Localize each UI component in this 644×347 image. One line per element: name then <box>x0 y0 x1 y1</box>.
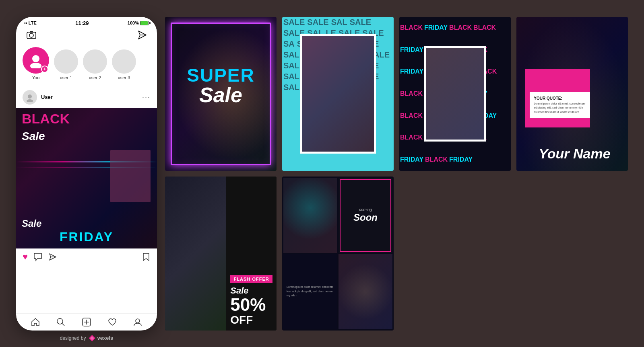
cs-photo-topleft <box>283 178 337 253</box>
card-coming-soon: coming Soon Lorem ipsum dolor sit amet, … <box>282 177 394 331</box>
svg-point-7 <box>27 99 33 102</box>
user-avatar-you <box>28 52 44 68</box>
phone-top-icons <box>16 28 157 44</box>
send-icon[interactable] <box>136 29 147 41</box>
camera-icon[interactable] <box>26 29 37 41</box>
post-sale-bottom: Sale <box>22 218 41 229</box>
flash-percent: 50% <box>230 296 272 314</box>
story-label-you: You <box>32 75 40 80</box>
battery-icon <box>140 21 149 25</box>
card-your-quote: YOUR QUOTE: Lorem ipsum dolor sit amet, … <box>516 17 628 171</box>
svg-point-14 <box>136 319 140 323</box>
story-label-user1: user 1 <box>60 75 72 80</box>
post-image-content: BLACK Sale Sale FRIDAY <box>16 108 157 248</box>
svg-point-4 <box>32 55 39 62</box>
svg-rect-2 <box>30 31 33 33</box>
bf-photo-frame <box>424 46 485 141</box>
status-time: 11:29 <box>75 20 89 26</box>
flash-right-content: FLASH OFFER Sale 50% OFF <box>226 177 277 331</box>
vexels-diamond-icon <box>88 335 95 342</box>
story-circle-user1 <box>54 49 78 74</box>
battery-percent: 100% <box>128 21 139 25</box>
carrier-signal: •• LTE <box>24 21 37 25</box>
post-more-button[interactable]: ··· <box>142 93 151 101</box>
phone-outer: •• LTE 11:29 100% <box>16 17 157 331</box>
designed-by: designed by vexels <box>60 335 113 342</box>
sale-photo-frame <box>300 34 376 154</box>
post-username: User <box>41 94 138 100</box>
sale-script-big: Sale <box>187 83 254 107</box>
stories-row: + You user 1 user 2 user 3 <box>16 44 157 83</box>
phone-mockup: •• LTE 11:29 100% <box>16 17 157 331</box>
plus-badge: + <box>41 66 48 73</box>
designed-by-text: designed by <box>60 335 86 341</box>
nav-home[interactable] <box>31 318 40 326</box>
heart-button[interactable]: ♥ <box>23 252 28 262</box>
svg-point-9 <box>57 318 63 324</box>
svg-point-5 <box>30 63 41 68</box>
story-circle-you: + <box>23 47 49 74</box>
cards-grid: SUPER Sale SALE SALE SAL SALE SALE SAL L… <box>165 17 628 331</box>
nav-heart[interactable] <box>108 318 117 326</box>
cs-lorem-text: Lorem ipsum dolor sit amet, consecte tue… <box>287 285 334 298</box>
phone-nav <box>16 313 157 331</box>
post-black-text: BLACK <box>22 112 70 125</box>
cs-coming-soon-cell: coming Soon <box>339 178 392 253</box>
post-header: User ··· <box>16 87 157 108</box>
svg-point-6 <box>28 94 32 99</box>
story-item-user3[interactable]: user 3 <box>112 49 136 80</box>
nav-search[interactable] <box>56 318 65 326</box>
flash-off: OFF <box>230 314 272 326</box>
bookmark-button[interactable] <box>142 253 151 261</box>
battery-area: 100% <box>128 21 149 25</box>
quote-body: Lorem ipsum dolor sit amet, consectetuer… <box>534 102 586 115</box>
divider <box>16 85 157 85</box>
battery-fill <box>140 21 148 25</box>
flash-photo <box>165 177 226 331</box>
post-avatar-icon <box>25 93 34 102</box>
story-label-user2: user 2 <box>89 75 101 80</box>
card-black-friday: BLACKFRIDAYBLACK BLACKFRIDAYBLA FRIDAYBL… <box>399 17 511 171</box>
story-item-user2[interactable]: user 2 <box>83 49 107 80</box>
share-button[interactable] <box>48 253 57 261</box>
svg-line-10 <box>62 323 64 326</box>
signal-dots: •• <box>24 21 29 25</box>
main-container: •• LTE 11:29 100% <box>0 0 644 347</box>
post-photo <box>110 150 151 202</box>
flash-sale-script: Sale <box>230 285 272 296</box>
nav-profile[interactable] <box>133 318 142 326</box>
cs-pink-border <box>340 179 391 252</box>
super-sale-text: SUPER Sale <box>187 64 254 107</box>
post-friday-text: FRIDAY <box>16 230 157 244</box>
your-name-script: Your Name <box>539 146 610 162</box>
post-actions: ♥ <box>16 248 157 265</box>
cs-lorem-cell: Lorem ipsum dolor sit amet, consecte tue… <box>283 254 337 329</box>
story-circle-user2 <box>83 49 107 74</box>
nav-add[interactable] <box>82 318 91 326</box>
card-sale-repeat: SALE SALE SAL SALE SALE SAL LE SALE SALE… <box>282 17 394 171</box>
story-item-you[interactable]: + You <box>23 47 49 80</box>
card-flash-offer: FLASH OFFER Sale 50% OFF <box>165 177 277 331</box>
quote-box: YOUR QUOTE: Lorem ipsum dolor sit amet, … <box>530 92 590 119</box>
post-image: BLACK Sale Sale FRIDAY <box>16 108 157 248</box>
carrier-label: LTE <box>29 21 37 25</box>
card-super-sale: SUPER Sale <box>165 17 277 171</box>
post-avatar <box>23 90 37 105</box>
vexels-logo: vexels <box>88 335 113 342</box>
story-label-user3: user 3 <box>118 75 130 80</box>
status-bar: •• LTE 11:29 100% <box>16 17 157 28</box>
flash-offer-label: FLASH OFFER <box>230 275 272 283</box>
svg-point-1 <box>29 33 33 37</box>
vexels-brand-text: vexels <box>97 335 113 341</box>
cs-photo-bottomright <box>339 254 392 329</box>
post-sale-top: Sale <box>22 130 45 143</box>
comment-button[interactable] <box>33 253 42 261</box>
story-item-user1[interactable]: user 1 <box>54 49 78 80</box>
story-circle-user3 <box>112 49 136 74</box>
quote-title: YOUR QUOTE: <box>534 96 586 101</box>
